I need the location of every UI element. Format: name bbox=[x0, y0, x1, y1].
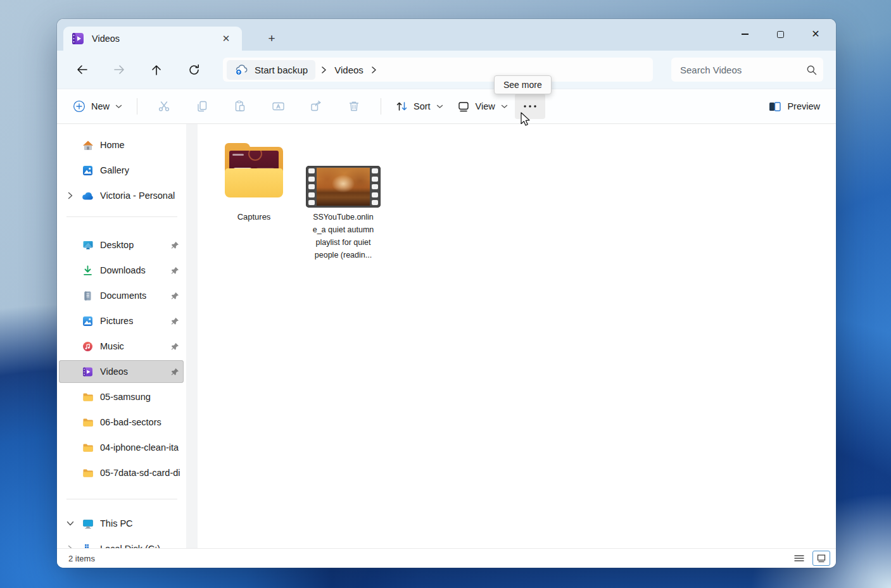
sidebar-separator bbox=[66, 216, 177, 217]
forward-button[interactable] bbox=[107, 58, 131, 81]
copy-icon bbox=[196, 100, 208, 113]
view-button[interactable]: View bbox=[450, 96, 515, 118]
sort-button[interactable]: Sort bbox=[389, 96, 450, 117]
sidebar-item-desktop[interactable]: Desktop bbox=[59, 234, 184, 256]
preview-button-label: Preview bbox=[787, 101, 820, 111]
share-button[interactable] bbox=[302, 94, 330, 119]
minimize-button[interactable] bbox=[731, 22, 759, 47]
sidebar-item-label: 06-bad-sectors bbox=[100, 417, 161, 427]
sidebar-item-label: 05-samsung bbox=[100, 392, 151, 402]
minimize-icon bbox=[742, 34, 749, 34]
large-icons-view-button[interactable] bbox=[812, 551, 830, 566]
sidebar-item-gallery[interactable]: Gallery bbox=[59, 159, 184, 182]
sidebar-item-04-iphone-clean-ita[interactable]: 04-iphone-clean-ita bbox=[59, 436, 184, 459]
see-more-tooltip: See more bbox=[494, 75, 552, 94]
folder-icon bbox=[82, 418, 94, 427]
paste-icon bbox=[234, 100, 246, 113]
new-plus-icon bbox=[73, 100, 85, 113]
cut-button[interactable] bbox=[150, 94, 178, 119]
sidebar-item-onedrive[interactable]: Victoria - Personal bbox=[59, 184, 184, 207]
preview-button[interactable]: Preview bbox=[761, 96, 827, 117]
downloads-icon bbox=[82, 265, 94, 276]
delete-button[interactable] bbox=[340, 94, 368, 119]
command-bar: New bbox=[57, 89, 836, 124]
close-icon: ✕ bbox=[811, 29, 819, 39]
chevron-right-icon[interactable] bbox=[59, 192, 82, 199]
pin-icon bbox=[171, 317, 179, 325]
sidebar: Home Gallery bbox=[57, 124, 199, 548]
sidebar-item-label: Gallery bbox=[100, 165, 129, 175]
sidebar-item-label: Music bbox=[100, 341, 124, 351]
search-box[interactable] bbox=[671, 58, 823, 82]
home-icon bbox=[82, 140, 94, 151]
desktop-icon bbox=[82, 240, 94, 251]
sidebar-item-videos[interactable]: Videos bbox=[59, 360, 184, 383]
tab-close-icon[interactable]: ✕ bbox=[217, 30, 236, 47]
preview-pane-icon bbox=[768, 101, 781, 112]
computer-icon bbox=[82, 518, 94, 529]
copy-button[interactable] bbox=[188, 94, 216, 119]
tab-videos[interactable]: Videos ✕ bbox=[63, 27, 242, 51]
pin-icon bbox=[171, 368, 179, 376]
details-view-button[interactable] bbox=[790, 551, 808, 566]
chevron-down-icon[interactable] bbox=[59, 521, 82, 526]
sidebar-item-home[interactable]: Home bbox=[59, 134, 184, 156]
sidebar-item-this-pc[interactable]: This PC bbox=[59, 512, 184, 535]
file-item-video[interactable]: SSYouTube.onlin e_a quiet autumn playlis… bbox=[305, 142, 382, 261]
sidebar-item-06-bad-sectors[interactable]: 06-bad-sectors bbox=[59, 411, 184, 434]
rename-button[interactable] bbox=[264, 94, 292, 119]
refresh-icon bbox=[188, 64, 200, 76]
folder-icon bbox=[82, 443, 94, 453]
sidebar-item-label: This PC bbox=[100, 518, 133, 529]
window-body: Home Gallery bbox=[57, 124, 836, 548]
chevron-down-icon bbox=[436, 104, 443, 109]
back-button[interactable] bbox=[70, 58, 94, 81]
drive-icon bbox=[82, 544, 94, 548]
sidebar-item-downloads[interactable]: Downloads bbox=[59, 259, 184, 282]
new-tab-button[interactable]: + bbox=[262, 29, 281, 48]
sidebar-item-05-samsung[interactable]: 05-samsung bbox=[59, 385, 184, 408]
video-thumbnail-icon bbox=[306, 166, 381, 208]
toolbar-divider bbox=[381, 98, 381, 115]
delete-icon bbox=[348, 100, 360, 113]
thumbnail-view-icon bbox=[816, 554, 826, 563]
music-icon bbox=[82, 341, 94, 352]
documents-icon bbox=[82, 291, 94, 301]
breadcrumb-item-videos[interactable]: Videos bbox=[332, 65, 366, 75]
gallery-icon bbox=[82, 165, 94, 176]
videos-icon bbox=[82, 366, 94, 377]
videos-tab-icon bbox=[72, 32, 84, 45]
chevron-down-icon bbox=[501, 104, 508, 109]
list-view-icon bbox=[794, 554, 804, 562]
breadcrumb-chevron-icon[interactable] bbox=[315, 66, 332, 74]
sidebar-item-label: Victoria - Personal bbox=[100, 191, 175, 201]
sidebar-scrollbar-track[interactable] bbox=[186, 124, 198, 548]
refresh-button[interactable] bbox=[182, 58, 206, 81]
paste-button[interactable] bbox=[226, 94, 254, 119]
close-button[interactable]: ✕ bbox=[802, 22, 830, 47]
maximize-button[interactable] bbox=[766, 22, 794, 47]
sidebar-item-pictures[interactable]: Pictures bbox=[59, 310, 184, 332]
breadcrumb-start-backup[interactable]: Start backup bbox=[227, 60, 315, 80]
up-button[interactable] bbox=[144, 58, 168, 81]
onedrive-icon bbox=[82, 192, 94, 200]
sidebar-item-05-7data-sd-card[interactable]: 05-7data-sd-card-di bbox=[59, 461, 184, 484]
view-icon bbox=[457, 101, 470, 113]
sidebar-item-documents[interactable]: Documents bbox=[59, 284, 184, 307]
file-item-captures[interactable]: Captures bbox=[217, 142, 291, 224]
sidebar-item-music[interactable]: Music bbox=[59, 335, 184, 358]
sidebar-item-label: 05-7data-sd-card-di bbox=[100, 468, 180, 478]
new-button[interactable]: New bbox=[66, 95, 129, 118]
tab-title: Videos bbox=[92, 34, 120, 44]
ellipsis-icon bbox=[523, 104, 537, 108]
breadcrumb-chevron-icon[interactable] bbox=[366, 66, 382, 74]
breadcrumb[interactable]: Start backup Videos bbox=[223, 58, 653, 82]
pin-icon bbox=[171, 241, 179, 249]
file-name: SSYouTube.onlin e_a quiet autumn playlis… bbox=[313, 211, 374, 261]
search-input[interactable] bbox=[680, 65, 806, 75]
desktop-wallpaper: Videos ✕ + ✕ bbox=[0, 0, 891, 588]
sidebar-item-local-disk-c[interactable]: Local Disk (C:) bbox=[59, 537, 184, 548]
forward-icon bbox=[113, 64, 125, 75]
share-icon bbox=[310, 100, 322, 113]
sidebar-separator bbox=[66, 499, 177, 499]
